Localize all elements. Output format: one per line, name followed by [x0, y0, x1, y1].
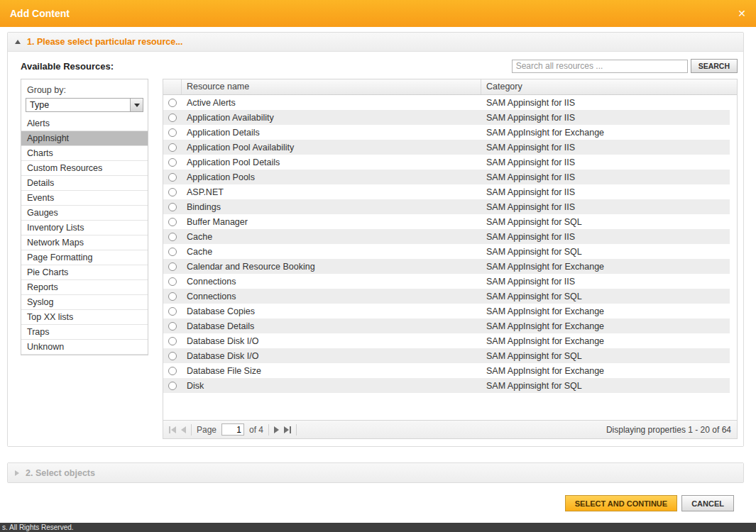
sidebar-item-custom-resources[interactable]: Custom Resources: [21, 161, 148, 176]
resource-category: SAM Appinsight for SQL: [481, 217, 730, 227]
sidebar-item-network-maps[interactable]: Network Maps: [21, 235, 148, 250]
row-radio-button[interactable]: [168, 143, 177, 152]
row-radio-cell: [163, 99, 182, 107]
sidebar-item-events[interactable]: Events: [21, 191, 148, 206]
table-row[interactable]: Database Disk I/OSAM Appinsight for SQL: [163, 348, 730, 363]
row-radio-button[interactable]: [168, 99, 177, 107]
table-row[interactable]: CacheSAM Appinsight for SQL: [163, 244, 730, 259]
column-category[interactable]: Category: [481, 79, 737, 94]
group-by-select[interactable]: Type: [26, 98, 143, 112]
row-radio-button[interactable]: [168, 203, 177, 211]
table-row[interactable]: Calendar and Resource BookingSAM AppInsi…: [163, 259, 730, 274]
sidebar-item-unknown[interactable]: Unknown: [21, 340, 148, 355]
row-radio-button[interactable]: [168, 352, 177, 360]
sidebar-item-gauges[interactable]: Gauges: [21, 206, 148, 221]
sidebar-item-inventory-lists[interactable]: Inventory Lists: [21, 221, 148, 235]
select-and-continue-button[interactable]: SELECT AND CONTINUE: [565, 495, 677, 511]
table-row[interactable]: ConnectionsSAM Appinsight for IIS: [163, 274, 730, 289]
row-radio-button[interactable]: [168, 188, 177, 196]
row-radio-cell: [163, 322, 182, 331]
row-radio-cell: [163, 143, 182, 152]
resource-name: Cache: [182, 247, 481, 257]
column-resource-name[interactable]: Resource name: [182, 79, 481, 94]
page-footer: s. All Rights Reserved.: [0, 523, 756, 532]
resource-name: Database Disk I/O: [182, 351, 481, 361]
page-number-input[interactable]: [221, 423, 244, 436]
table-row[interactable]: Database CopiesSAM AppInsight for Exchan…: [163, 304, 730, 318]
pager-divider: [268, 424, 269, 436]
resource-name: Database File Size: [182, 366, 481, 376]
step1-header[interactable]: 1. Please select particular resource...: [8, 33, 743, 52]
resources-toolbar: Available Resources: SEARCH: [21, 59, 738, 73]
row-radio-cell: [163, 292, 182, 301]
row-radio-button[interactable]: [168, 128, 177, 137]
row-radio-cell: [163, 352, 182, 360]
resource-category: SAM Appinsight for IIS: [481, 232, 730, 242]
resource-name: Connections: [182, 292, 481, 301]
row-radio-cell: [163, 248, 182, 256]
expand-arrow-icon: [15, 470, 19, 476]
table-row[interactable]: Application Pool AvailabilitySAM Appinsi…: [163, 140, 730, 155]
close-icon[interactable]: ✕: [738, 8, 746, 19]
sidebar-item-details[interactable]: Details: [21, 176, 148, 191]
dialog-title: Add Content: [10, 8, 70, 19]
resource-category: SAM Appinsight for IIS: [481, 143, 730, 153]
row-radio-button[interactable]: [168, 262, 177, 271]
row-radio-button[interactable]: [168, 277, 177, 286]
table-row[interactable]: BindingsSAM Appinsight for IIS: [163, 199, 730, 214]
step2-header[interactable]: 2. Select objects: [8, 463, 743, 482]
sidebar-item-traps[interactable]: Traps: [21, 325, 148, 340]
row-radio-button[interactable]: [168, 292, 177, 301]
row-radio-button[interactable]: [168, 158, 177, 167]
row-radio-button[interactable]: [168, 307, 177, 316]
table-row[interactable]: Application AvailabilitySAM Appinsight f…: [163, 110, 730, 125]
pagination-bar: Page of 4 Displaying properties 1 - 20 o…: [163, 420, 737, 438]
table-row[interactable]: Database DetailsSAM AppInsight for Excha…: [163, 318, 730, 333]
resource-category: SAM Appinsight for IIS: [481, 113, 730, 123]
row-radio-cell: [163, 128, 182, 137]
resource-category: SAM Appinsight for SQL: [481, 351, 730, 361]
row-radio-button[interactable]: [168, 173, 177, 182]
row-radio-button[interactable]: [168, 322, 177, 331]
row-radio-button[interactable]: [168, 382, 177, 390]
row-radio-button[interactable]: [168, 233, 177, 241]
resource-name: Connections: [182, 277, 481, 287]
row-radio-button[interactable]: [168, 367, 177, 375]
row-radio-cell: [163, 233, 182, 241]
first-page-icon[interactable]: [169, 426, 176, 433]
sidebar-item-reports[interactable]: Reports: [21, 280, 148, 295]
row-radio-button[interactable]: [168, 248, 177, 256]
table-row[interactable]: Application Pool DetailsSAM Appinsight f…: [163, 155, 730, 170]
row-radio-button[interactable]: [168, 337, 177, 345]
sidebar-item-appinsight[interactable]: AppInsight: [21, 131, 148, 146]
sidebar-item-alerts[interactable]: Alerts: [21, 116, 148, 131]
table-row[interactable]: ASP.NETSAM Appinsight for IIS: [163, 184, 730, 199]
sidebar-item-top-xx-lists[interactable]: Top XX lists: [21, 310, 148, 325]
table-row[interactable]: Database Disk I/OSAM AppInsight for Exch…: [163, 333, 730, 348]
page-count-label: of 4: [249, 425, 263, 435]
row-radio-cell: [163, 218, 182, 226]
row-radio-button[interactable]: [168, 218, 177, 226]
table-row[interactable]: CacheSAM Appinsight for IIS: [163, 229, 730, 244]
cancel-button[interactable]: CANCEL: [681, 495, 734, 511]
table-row[interactable]: Application DetailsSAM AppInsight for Ex…: [163, 125, 730, 140]
sidebar-item-syslog[interactable]: Syslog: [21, 295, 148, 310]
chevron-down-icon[interactable]: [130, 99, 143, 111]
table-row[interactable]: DiskSAM Appinsight for SQL: [163, 378, 730, 393]
next-page-icon[interactable]: [274, 426, 279, 433]
sidebar-item-charts[interactable]: Charts: [21, 146, 148, 161]
sidebar-item-page-formatting[interactable]: Page Formatting: [21, 250, 148, 265]
table-row[interactable]: Application PoolsSAM Appinsight for IIS: [163, 170, 730, 184]
resource-category: SAM AppInsight for Exchange: [481, 366, 730, 376]
table-row[interactable]: Buffer ManagerSAM Appinsight for SQL: [163, 214, 730, 229]
previous-page-icon[interactable]: [181, 426, 186, 433]
search-input[interactable]: [512, 60, 688, 73]
last-page-icon[interactable]: [284, 426, 291, 433]
table-row[interactable]: ConnectionsSAM Appinsight for SQL: [163, 289, 730, 304]
table-row[interactable]: Database File SizeSAM AppInsight for Exc…: [163, 363, 730, 378]
sidebar-item-pie-charts[interactable]: Pie Charts: [21, 265, 148, 280]
search-button[interactable]: SEARCH: [691, 59, 738, 73]
resource-name: Application Pool Availability: [182, 143, 481, 153]
row-radio-button[interactable]: [168, 113, 177, 122]
table-row[interactable]: Active AlertsSAM Appinsight for IIS: [163, 95, 730, 110]
